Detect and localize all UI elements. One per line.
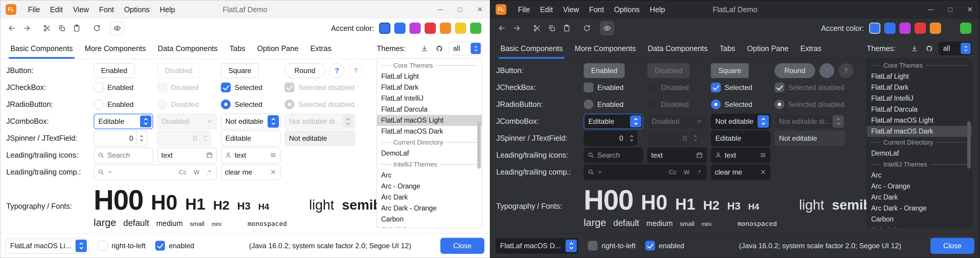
search-options-field[interactable]: Cc W .* [584,165,707,180]
checkbox-enabled[interactable]: Enabled [94,82,134,92]
search-options-field[interactable]: Cc W .* [94,165,217,180]
theme-item[interactable]: Arc - Orange [377,181,482,192]
theme-item[interactable]: DemoLaf [867,148,972,159]
accent-swatch-orange[interactable] [440,22,451,34]
date-field[interactable] [647,147,707,163]
regex-button[interactable]: .* [695,168,703,177]
whole-words-button[interactable]: W [191,168,202,177]
accent-swatch-yellow[interactable] [455,22,466,34]
calendar-icon[interactable] [696,152,703,158]
cut-button[interactable] [530,21,544,35]
search-input[interactable] [107,151,149,160]
date-input[interactable] [161,151,203,160]
tab-extras[interactable]: Extras [304,38,337,59]
combobox-arrows-icon[interactable] [961,43,971,54]
combobox-arrows-icon[interactable] [471,43,481,54]
tab-more-components[interactable]: More Components [79,38,152,59]
theme-item[interactable]: FlatLaf macOS Light [867,115,972,126]
back-button[interactable] [5,21,19,35]
tab-tabs[interactable]: Tabs [224,38,251,59]
spinner-input[interactable] [584,131,626,146]
tab-option-pane[interactable]: Option Pane [741,38,794,59]
theme-item[interactable]: FlatLaf IntelliJ [377,93,482,104]
refresh-button[interactable] [580,21,594,35]
accent-swatch-yellow[interactable] [945,22,956,34]
titlebar[interactable]: FL File Edit View Font Options Help Flat… [490,0,980,19]
match-case-button[interactable]: Cc [667,168,679,177]
close-window-button[interactable]: ✕ [470,0,490,19]
search-field[interactable] [94,147,153,163]
paste-button[interactable] [560,21,574,35]
clearable-input[interactable] [225,168,267,176]
menu-file[interactable]: File [513,0,535,19]
whole-words-button[interactable]: W [681,168,692,177]
accent-swatch-green[interactable] [470,22,481,34]
accent-swatch-purple[interactable] [409,22,421,34]
themes-filter-combobox[interactable]: all [449,41,482,55]
paste-button[interactable] [70,21,84,35]
lookandfeel-combobox[interactable]: FlatLaf macOS Li... [6,238,88,253]
menu-view[interactable]: View [558,0,584,19]
help-button[interactable]: ? [329,63,344,78]
download-theme-button[interactable] [418,43,430,54]
spinner[interactable] [584,131,637,146]
theme-item[interactable]: Arc [867,170,972,181]
spinner-arrows-icon[interactable] [626,131,637,146]
theme-item[interactable]: Arc Dark - Orange [867,203,972,214]
accent-swatch-default[interactable] [379,22,390,34]
radio-selected[interactable]: Selected [711,100,752,109]
close-button[interactable]: Close [440,238,484,254]
minimize-button[interactable]: ─ [921,0,940,19]
square-button[interactable]: Square [711,63,749,78]
checkbox-selected[interactable]: Selected [221,82,262,92]
themes-list[interactable]: Core Themes FlatLaf Light FlatLaf Dark F… [867,59,972,228]
copy-button[interactable] [545,21,559,35]
theme-item[interactable]: Cobalt 2 [867,225,972,228]
forward-button[interactable] [510,21,523,35]
editable-combobox[interactable] [94,114,153,129]
enabled-checkbox[interactable]: enabled [155,241,194,250]
combobox-arrows-icon[interactable] [267,115,279,128]
chevron-down-icon[interactable] [597,169,602,174]
download-theme-button[interactable] [908,43,920,54]
accent-swatch-red[interactable] [425,22,436,34]
cut-button[interactable] [40,21,54,35]
combobox-arrows-icon[interactable] [757,115,769,128]
tab-more-components[interactable]: More Components [569,38,642,59]
themes-list[interactable]: Core Themes FlatLaf Light FlatLaf Dark F… [377,59,482,228]
menu-edit[interactable]: Edit [535,0,558,19]
theme-item[interactable]: Carbon [377,214,482,225]
accent-swatch-blue[interactable] [394,22,406,34]
clearable-field[interactable] [221,165,280,180]
combobox-input[interactable] [94,117,140,126]
spinner-arrows-icon[interactable] [136,131,147,146]
tab-basic-components[interactable]: Basic Components [495,38,569,59]
menu-font[interactable]: Font [584,0,609,19]
radio-enabled[interactable]: Enabled [94,100,134,109]
theme-item[interactable]: FlatLaf Dark [377,82,482,93]
maximize-button[interactable]: □ [450,0,470,19]
not-editable-combobox[interactable]: Not editable [711,114,770,129]
menu-icon[interactable] [760,152,767,158]
accent-swatch-purple[interactable] [899,22,911,34]
themes-filter-combobox[interactable]: all [939,41,972,55]
user-field[interactable] [221,147,280,163]
spinner-input[interactable] [94,131,136,146]
checkbox-selected[interactable]: Selected [711,82,752,92]
theme-item[interactable]: Arc Dark [867,192,972,203]
tab-data-components[interactable]: Data Components [152,38,224,59]
chevron-down-icon[interactable] [107,169,112,174]
editable-combobox[interactable] [584,114,643,129]
right-to-left-checkbox[interactable]: right-to-left [98,241,146,250]
close-button[interactable]: Close [930,238,974,254]
round-button[interactable]: Round [285,63,325,78]
theme-item[interactable]: Arc Dark [377,192,482,203]
user-field[interactable] [711,147,770,163]
search-options-input[interactable] [115,168,173,176]
clearable-input[interactable] [715,168,757,176]
theme-item[interactable]: Cobalt 2 [377,225,482,228]
square-button[interactable]: Square [221,63,259,78]
clear-icon[interactable] [270,169,277,176]
eye-toggle-button[interactable] [600,21,614,35]
date-field[interactable] [157,147,217,163]
